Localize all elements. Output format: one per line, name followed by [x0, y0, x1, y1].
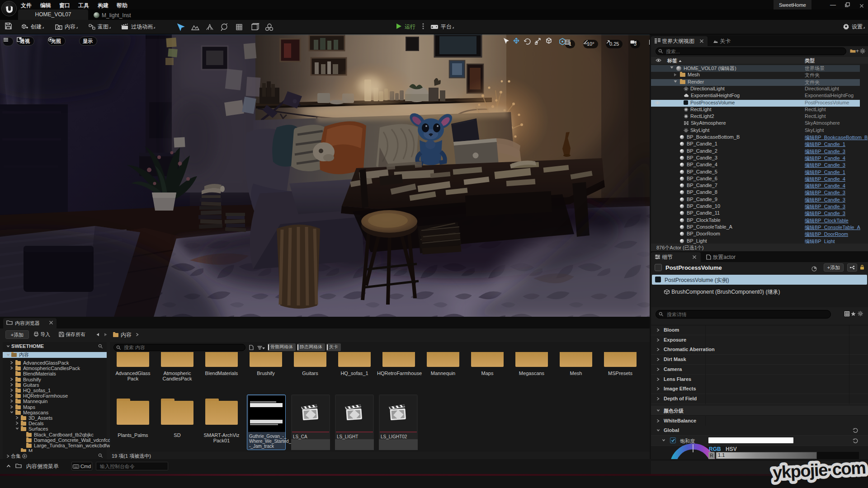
svg-text:ykpojie·com: ykpojie·com [772, 458, 866, 482]
